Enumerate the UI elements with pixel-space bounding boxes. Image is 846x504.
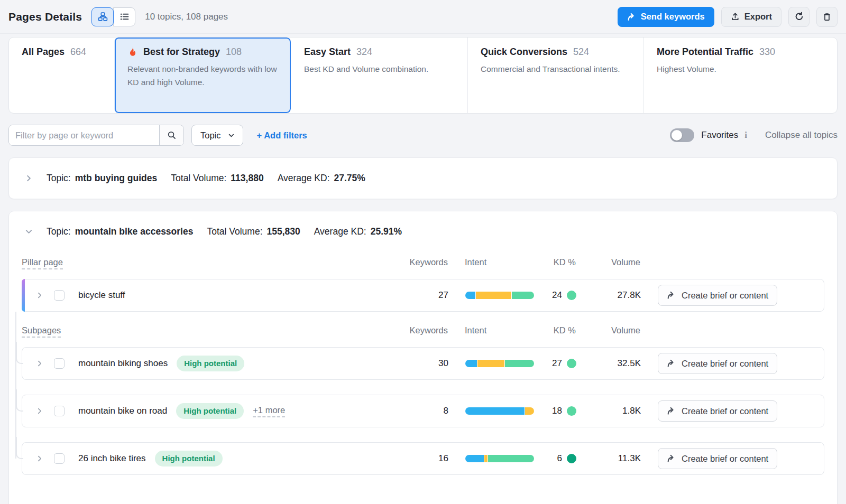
- tab-description: Best KD and Volume combination.: [304, 62, 455, 76]
- high-potential-badge: High potential: [176, 403, 244, 419]
- export-button[interactable]: Export: [721, 7, 781, 27]
- tab-label: More Potential Traffic: [657, 46, 753, 58]
- kd-dot: [567, 291, 576, 300]
- intent-bar: [465, 455, 534, 462]
- topic-header[interactable]: Topic: mountain bike accessories Total V…: [9, 211, 837, 252]
- row-checkbox[interactable]: [54, 453, 65, 464]
- intent-bar: [465, 360, 534, 367]
- pillar-rows: bicycle stuff 27 24 27.8K: [22, 279, 824, 312]
- topics-pages-summary: 10 topics, 108 pages: [145, 12, 228, 22]
- tab-best-for-strategy[interactable]: Best for Strategy 108 Relevant non-brand…: [114, 38, 291, 113]
- search-button[interactable]: [159, 125, 183, 145]
- create-brief-button[interactable]: Create brief or content: [658, 400, 777, 422]
- high-potential-badge: High potential: [155, 451, 223, 466]
- flame-icon: [127, 46, 137, 58]
- favorites-label: Favorites: [701, 130, 738, 141]
- chevron-right-icon[interactable]: [25, 174, 33, 182]
- send-arrow-icon: [667, 359, 676, 368]
- collapse-all-topics-link[interactable]: Collapse all topics: [765, 130, 838, 141]
- tree-view-button[interactable]: [91, 7, 114, 26]
- topic-card-mtb-buying-guides: Topic: mtb buying guides Total Volume: 1…: [8, 157, 838, 199]
- create-brief-label: Create brief or content: [682, 406, 768, 416]
- topic-name: mtb buying guides: [75, 173, 158, 184]
- table-row-mountain-biking-shoes: mountain biking shoes High potential 30 …: [22, 347, 824, 380]
- create-brief-button[interactable]: Create brief or content: [658, 285, 777, 306]
- topic-card-mountain-bike-accessories: Topic: mountain bike accessories Total V…: [8, 211, 838, 504]
- total-volume-label: Total Volume:: [207, 226, 262, 237]
- table-row-26-inch-bike-tires: 26 inch bike tires High potential 16 6 1…: [22, 442, 824, 475]
- chevron-down-icon: [227, 132, 235, 139]
- refresh-button[interactable]: [788, 7, 810, 27]
- page-name: mountain bike on road: [78, 406, 167, 416]
- chevron-right-icon[interactable]: [36, 455, 43, 462]
- export-icon: [731, 12, 740, 21]
- tab-quick-conversions[interactable]: Quick Conversions 524 Commercial and Tra…: [467, 38, 643, 113]
- pillar-gradient-accent: [22, 279, 25, 312]
- info-icon[interactable]: i: [744, 130, 747, 141]
- toggle-knob: [672, 130, 682, 141]
- average-kd-value: 27.75%: [334, 173, 365, 184]
- subpages-header-row: Subpages Keywords Intent KD % Volume: [22, 325, 824, 335]
- row-checkbox[interactable]: [54, 290, 65, 301]
- topic-summary: Topic: mtb buying guides Total Volume: 1…: [47, 173, 365, 184]
- tab-count: 324: [356, 46, 372, 58]
- pillar-page-header[interactable]: Pillar page: [22, 257, 63, 269]
- topbar-actions: Send keywords Export: [618, 7, 838, 27]
- topic-filter-dropdown[interactable]: Topic: [191, 125, 243, 146]
- list-view-icon: [119, 12, 130, 22]
- send-keywords-button[interactable]: Send keywords: [618, 7, 714, 27]
- filter-right-group: Favorites i Collapse all topics: [670, 128, 838, 142]
- more-badges-link[interactable]: +1 more: [253, 405, 285, 417]
- average-kd-value: 25.91%: [371, 226, 402, 237]
- subpages-header[interactable]: Subpages: [22, 325, 61, 338]
- total-volume-label: Total Volume:: [171, 173, 226, 184]
- search-box: [8, 125, 184, 146]
- keywords-column-header: Keywords: [400, 325, 448, 335]
- view-toggle: [91, 7, 135, 26]
- row-checkbox[interactable]: [54, 406, 65, 416]
- topic-dropdown-label: Topic: [200, 130, 221, 141]
- tab-easy-start[interactable]: Easy Start 324 Best KD and Volume combin…: [291, 38, 467, 113]
- chevron-right-icon[interactable]: [36, 292, 43, 299]
- tab-count: 330: [759, 46, 775, 58]
- volume-value: 32.5K: [583, 358, 641, 369]
- tab-description: Highest Volume.: [657, 62, 810, 76]
- tab-count: 664: [70, 46, 86, 58]
- tab-all-pages[interactable]: All Pages 664: [9, 38, 114, 113]
- tab-more-potential-traffic[interactable]: More Potential Traffic 330 Highest Volum…: [643, 38, 837, 113]
- keywords-count: 27: [401, 290, 448, 301]
- send-arrow-icon: [627, 13, 636, 21]
- trash-icon: [822, 12, 832, 22]
- chevron-right-icon[interactable]: [36, 360, 43, 367]
- create-brief-button[interactable]: Create brief or content: [658, 353, 777, 374]
- total-volume-value: 155,830: [267, 226, 300, 237]
- kd-value: 27: [552, 358, 562, 369]
- tab-description: Commercial and Transactional intents.: [481, 62, 631, 76]
- tab-label: All Pages: [22, 46, 65, 58]
- topic-prefix: Topic:: [47, 226, 71, 237]
- add-filters-link[interactable]: + Add filters: [257, 130, 307, 141]
- page-title: Pages Details: [8, 11, 82, 23]
- topic-summary: Topic: mountain bike accessories Total V…: [47, 226, 402, 237]
- chevron-right-icon[interactable]: [36, 407, 43, 415]
- create-brief-label: Create brief or content: [682, 454, 768, 464]
- search-input[interactable]: [9, 125, 159, 145]
- delete-button[interactable]: [816, 7, 838, 27]
- create-brief-label: Create brief or content: [682, 291, 768, 301]
- volume-value: 11.3K: [583, 453, 641, 464]
- kd-value: 18: [552, 406, 562, 416]
- keywords-count: 8: [401, 406, 448, 416]
- kd-dot: [567, 359, 576, 368]
- refresh-icon: [794, 12, 804, 22]
- chevron-down-icon[interactable]: [25, 228, 33, 236]
- top-bar: Pages Details 10 topics, 108 pages: [0, 0, 846, 34]
- row-checkbox[interactable]: [54, 358, 65, 369]
- create-brief-button[interactable]: Create brief or content: [658, 448, 777, 469]
- kd-column-header: KD %: [534, 325, 582, 335]
- kd-column-header: KD %: [534, 257, 582, 267]
- topic-header[interactable]: Topic: mtb buying guides Total Volume: 1…: [9, 158, 837, 199]
- topic-name: mountain bike accessories: [75, 226, 194, 237]
- favorites-toggle[interactable]: [670, 128, 694, 142]
- keywords-count: 16: [401, 453, 448, 464]
- list-view-button[interactable]: [113, 7, 135, 26]
